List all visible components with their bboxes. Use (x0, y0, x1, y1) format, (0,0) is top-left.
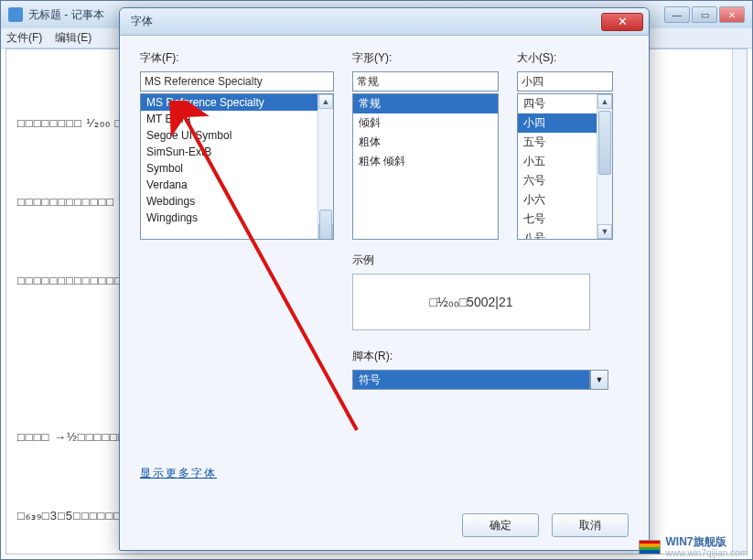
list-item[interactable]: Symbol (141, 160, 333, 177)
chevron-down-icon[interactable]: ▼ (590, 370, 608, 390)
size-label: 大小(S): (517, 50, 613, 66)
style-column: 字形(Y): 常规倾斜粗体粗体 倾斜 (352, 50, 499, 240)
font-input[interactable] (140, 71, 334, 92)
flag-icon (639, 540, 661, 555)
maximize-button[interactable]: ▭ (692, 6, 717, 23)
list-item[interactable]: MT Extra (141, 111, 333, 127)
dialog-title: 字体 (131, 14, 153, 29)
dialog-body: 字体(F): MS Reference SpecialtyMT ExtraSeg… (120, 36, 649, 404)
scroll-thumb[interactable] (598, 111, 611, 175)
ok-button[interactable]: 确定 (462, 513, 539, 537)
script-label: 脚本(R): (352, 349, 608, 364)
font-label: 字体(F): (140, 50, 334, 66)
list-item[interactable]: 倾斜 (353, 113, 498, 133)
minimize-button[interactable]: — (664, 6, 690, 23)
text-scrollbar[interactable] (732, 49, 747, 554)
size-input[interactable] (517, 71, 613, 92)
watermark-brand: WIN7旗舰版 (666, 536, 748, 548)
scroll-down-icon[interactable]: ▼ (597, 224, 612, 239)
sample-preview: □½₀₀□5002|21 (352, 274, 590, 330)
menu-edit[interactable]: 编辑(E) (55, 30, 91, 46)
size-list-scrollbar[interactable]: ▲ ▼ (597, 94, 612, 239)
watermark: WIN7旗舰版 www.win7qijian.com (639, 536, 748, 558)
list-item[interactable]: SimSun-ExtB (141, 144, 333, 160)
dialog-button-row: 确定 取消 (462, 513, 629, 537)
list-item[interactable]: 常规 (353, 94, 498, 113)
list-item[interactable]: MS Reference Specialty (141, 94, 333, 111)
main-title: 无标题 - 记事本 (28, 7, 104, 23)
list-item[interactable]: Verdana (141, 177, 333, 193)
window-controls: — ▭ ✕ (664, 6, 745, 23)
dialog-close-button[interactable]: ✕ (601, 13, 643, 31)
font-listbox[interactable]: MS Reference SpecialtyMT ExtraSegoe UI S… (140, 93, 334, 240)
list-item[interactable]: 粗体 (353, 133, 498, 152)
sample-label: 示例 (352, 253, 590, 268)
cancel-button[interactable]: 取消 (552, 513, 629, 537)
sample-text: □½₀₀□5002|21 (430, 295, 513, 309)
font-dialog: 字体 ✕ 字体(F): MS Reference SpecialtyMT Ext… (119, 7, 650, 551)
style-label: 字形(Y): (352, 50, 499, 66)
close-button[interactable]: ✕ (719, 6, 745, 23)
list-item[interactable]: Webdings (141, 193, 333, 210)
size-listbox[interactable]: 四号小四五号小五六号小六七号八号 ▲ ▼ (517, 93, 613, 240)
script-select[interactable]: 符号 (352, 370, 590, 390)
scroll-up-icon[interactable]: ▲ (597, 94, 612, 109)
style-listbox[interactable]: 常规倾斜粗体粗体 倾斜 (352, 93, 499, 240)
scroll-up-icon[interactable]: ▲ (318, 94, 333, 109)
font-list-scrollbar[interactable]: ▲ ▼ (317, 94, 333, 239)
scroll-thumb[interactable] (319, 210, 332, 240)
sample-section: 示例 □½₀₀□5002|21 (352, 253, 590, 330)
size-column: 大小(S): 四号小四五号小五六号小六七号八号 ▲ ▼ (517, 50, 613, 240)
list-item[interactable]: Wingdings (141, 210, 333, 226)
dialog-title-bar: 字体 ✕ (120, 8, 649, 36)
font-column: 字体(F): MS Reference SpecialtyMT ExtraSeg… (140, 50, 334, 240)
style-input[interactable] (352, 71, 499, 92)
show-more-fonts-link[interactable]: 显示更多字体 (140, 466, 217, 481)
app-icon (8, 7, 23, 22)
script-section: 脚本(R): 符号 ▼ (352, 349, 608, 390)
watermark-url: www.win7qijian.com (666, 548, 748, 558)
list-item[interactable]: Segoe UI Symbol (141, 127, 333, 144)
menu-file[interactable]: 文件(F) (6, 30, 42, 46)
list-item[interactable]: 粗体 倾斜 (353, 152, 498, 171)
